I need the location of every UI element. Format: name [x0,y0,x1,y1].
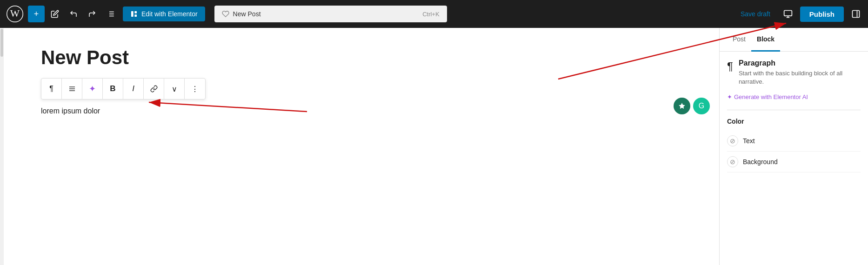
generate-ai-link[interactable]: ✦ Generate with Elementor AI [727,93,861,100]
tab-post[interactable]: Post [727,28,751,52]
svg-rect-8 [131,11,134,17]
svg-text:W: W [10,8,20,19]
sidebar-tabs: Post Block [720,28,868,52]
block-details: Paragraph Start with the basic building … [739,59,861,86]
main-area: New Post ¶ ✦ B I [0,28,868,265]
block-options-button[interactable]: ⋮ [185,79,205,99]
svg-rect-11 [784,11,792,16]
preview-button[interactable] [780,6,796,22]
scrollbar-thumb [0,29,3,57]
tab-block[interactable]: Block [751,28,780,52]
svg-rect-10 [134,14,137,17]
add-block-button[interactable]: + [28,6,45,22]
svg-rect-9 [134,11,137,13]
text-color-label: Text [743,137,755,145]
bold-button[interactable]: B [103,79,123,99]
vertical-scrollbar[interactable] [0,28,4,265]
search-label: New Post [233,10,261,18]
paragraph-content[interactable]: lorem ipsum dolor [41,105,682,117]
search-shortcut: Ctrl+K [422,11,439,18]
italic-button[interactable]: I [123,79,144,99]
elementor-ai-float-button[interactable] [674,98,690,114]
edit-with-elementor-button[interactable]: Edit with Elementor [123,7,205,21]
save-draft-button[interactable]: Save draft [735,7,776,21]
post-title[interactable]: New Post [41,46,682,69]
block-toolbar: ¶ ✦ B I ∨ ⋮ [41,78,206,99]
color-text-option[interactable]: ⊘ Text [727,131,861,152]
color-section: Color ⊘ Text ⊘ Background [727,118,861,172]
more-options-button[interactable]: ∨ [164,79,185,99]
text-color-circle: ⊘ [727,135,738,146]
toolbar-right: Save draft Publish [735,6,864,22]
sparkle-icon: ✦ [727,93,732,100]
ai-sparkle-button[interactable]: ✦ [82,79,103,99]
align-button[interactable] [62,79,82,99]
edit-elementor-label: Edit with Elementor [141,10,198,18]
block-info: ¶ Paragraph Start with the basic buildin… [727,59,861,86]
editor-with-scroll: New Post ¶ ✦ B I [0,28,719,265]
top-toolbar: W + [0,0,868,28]
editor-area[interactable]: New Post ¶ ✦ B I [4,28,719,265]
generate-ai-label: Generate with Elementor AI [734,93,808,100]
block-description: Start with the basic building block of a… [739,69,861,86]
undo-button[interactable] [65,6,82,22]
redo-button[interactable] [84,6,100,22]
color-section-title: Color [727,118,861,125]
paragraph-type-button[interactable]: ¶ [41,79,62,99]
floating-plugin-buttons: G [674,98,710,114]
publish-button[interactable]: Publish [800,7,844,22]
sidebar-panel-content: ¶ Paragraph Start with the basic buildin… [720,52,868,180]
document-overview-button[interactable] [102,6,119,22]
link-button[interactable] [144,79,164,99]
background-color-circle: ⊘ [727,156,738,167]
sidebar: Post Block ¶ Paragraph Start with the ba… [719,28,868,265]
block-name: Paragraph [739,59,861,67]
color-background-option[interactable]: ⊘ Background [727,152,861,172]
wp-logo[interactable]: W [4,0,26,28]
grammarly-float-button[interactable]: G [693,98,710,114]
command-search-bar[interactable]: New Post Ctrl+K [214,6,447,22]
edit-icon-button[interactable] [47,6,63,22]
feather-icon [222,10,229,18]
background-color-label: Background [743,158,778,166]
paragraph-icon: ¶ [727,60,733,73]
toggle-sidebar-button[interactable] [848,6,864,22]
svg-rect-14 [853,11,860,18]
divider [727,110,861,110]
